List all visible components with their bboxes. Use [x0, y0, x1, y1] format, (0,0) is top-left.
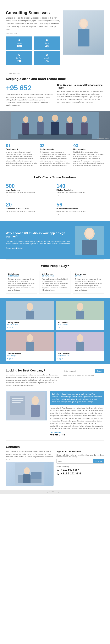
facebook-icon[interactable]: f — [7, 326, 8, 328]
looking-left: Looking for Best Company? Ut wisi ad min… — [6, 369, 60, 387]
testimonial-role: DOCTOR — [75, 275, 102, 277]
number-value: 56 — [56, 202, 104, 208]
number-item: 56 Investment Opportunities Sample text.… — [56, 201, 104, 217]
footer: Copyright © 2023 — All rights reserved. — [0, 490, 110, 494]
member-card: Jeffrey Wilson Creative Leader f ◎ 𝕏 — [6, 301, 54, 330]
testimonial-name: Olga Ivanova — [75, 273, 102, 275]
instagram-icon[interactable]: ◎ — [9, 326, 11, 328]
number-desc: Sample text. Click to select the Text El… — [6, 210, 54, 212]
facebook-icon[interactable]: f — [58, 326, 58, 328]
ux-image — [75, 226, 104, 255]
newsletter-input[interactable] — [57, 459, 93, 464]
looking-section: Looking for Best Company? Ut wisi ad min… — [0, 364, 110, 391]
testimonial-text: Proin sed lorem non malesuada. Ut wisi a… — [8, 278, 35, 291]
step-text: Ut wisi ad minim veniam, quis nostrud ex… — [6, 151, 37, 166]
member-svg — [24, 302, 36, 319]
svg-point-23 — [77, 303, 83, 310]
record-section: Keeping a clean and order record book +9… — [0, 74, 110, 111]
email-note: We will contact you once we receive your… — [63, 375, 104, 376]
instagram-icon[interactable]: ◎ — [59, 326, 61, 328]
stat-icon: ◉ — [18, 38, 20, 42]
hero-image — [63, 10, 104, 54]
contacts-left: Here's how to get in touch with us on ph… — [6, 450, 54, 486]
svg-rect-14 — [18, 134, 92, 139]
member-svg — [74, 302, 86, 319]
arrow-icon: → — [6, 194, 8, 197]
team-work-image: Image from Freepik — [0, 111, 110, 140]
stat-label: Projects — [16, 42, 22, 44]
twitter-icon[interactable]: 𝕏 — [12, 358, 13, 360]
person-silhouette — [75, 16, 92, 49]
step-item: 01 Development Ut wisi ad minim veniam, … — [6, 143, 37, 166]
team-members-grid: Jeffrey Wilson Creative Leader f ◎ 𝕏 Ann… — [6, 301, 104, 361]
facebook-icon[interactable]: f — [58, 358, 58, 360]
svg-point-12 — [82, 116, 87, 122]
number-value: 140 — [56, 183, 104, 189]
member-name: Alex Greenfield — [58, 353, 103, 355]
twitter-icon[interactable]: 𝕏 — [12, 326, 13, 328]
navbar: ☰ — [0, 0, 110, 6]
phone-label: Phone (Landline) — [56, 466, 104, 468]
arrow-icon: → — [56, 194, 59, 197]
member-role: Web Developer — [58, 324, 103, 325]
menu-icon[interactable]: ☰ — [2, 1, 5, 5]
number-value: 500 — [6, 183, 54, 189]
subscribe-button[interactable]: Subscribe — [93, 459, 104, 464]
stat-value: 100 — [16, 44, 22, 48]
member-social-icons: f ◎ 𝕏 — [7, 326, 53, 328]
hero-right — [63, 10, 104, 65]
svg-rect-11 — [66, 123, 73, 134]
ux-link[interactable]: Contact us and let's talk — [6, 247, 23, 249]
newsletter-title: Sign up for the newsletter — [56, 450, 104, 453]
record-title: Keeping a clean and order record book — [6, 77, 104, 81]
footer-text: Copyright © 2023 — All rights reserved. — [43, 491, 67, 493]
testimonial-text: Proin sed lorem non malesuada. Ut wisi a… — [75, 278, 102, 291]
ux-person-svg — [76, 226, 104, 255]
svg-point-21 — [27, 303, 33, 310]
ux-title: Why choose UX studio as your app design … — [6, 232, 72, 238]
submit-button[interactable]: Submit — [95, 369, 104, 373]
testimonial-role: HAIRDRESSER — [8, 275, 35, 277]
member-name: Jeffrey Wilson — [7, 322, 53, 324]
testimonial-name: Nick Jhanson — [42, 273, 68, 275]
svg-rect-32 — [12, 400, 23, 401]
stat-box: ◉ Projects 100 — [6, 36, 32, 50]
twitter-icon[interactable]: 𝕏 — [62, 358, 64, 360]
svg-rect-31 — [12, 398, 23, 399]
svg-rect-28 — [76, 342, 84, 350]
number-label: Successful Business Plans — [6, 208, 54, 210]
facebook-icon[interactable]: f — [7, 358, 8, 360]
number-desc: Sample text. Click to select the Text El… — [56, 210, 104, 212]
svg-point-2 — [80, 19, 87, 28]
step-num: 02 — [40, 143, 70, 148]
svg-rect-26 — [26, 342, 34, 350]
number-label: Investment Opportunities — [56, 208, 104, 210]
svg-rect-1 — [78, 29, 90, 46]
stat-icon: ◉ — [46, 38, 48, 42]
number-label: Efficient Specialists — [56, 189, 104, 191]
twitter-icon[interactable]: 𝕏 — [62, 326, 64, 328]
hero-description: Click Edit to select the text box. Click… — [6, 16, 60, 31]
testimonial-role: IOS DEVELOPER — [42, 275, 68, 277]
stat-box: ◉ Clients 40 — [34, 36, 60, 50]
instagram-icon[interactable]: ◎ — [9, 358, 11, 360]
email-input[interactable] — [63, 369, 95, 373]
testimonial-text: Proin sed lorem non malesuada. Ut wisi a… — [42, 278, 68, 291]
team-members-section: Jeffrey Wilson Creative Leader f ◎ 𝕏 Ann… — [0, 298, 110, 364]
svg-rect-22 — [26, 310, 34, 319]
numbers-section: Let's Crack Some Numbers 500 Loyal Custo… — [0, 171, 110, 221]
instagram-icon[interactable]: ◎ — [59, 358, 61, 360]
testimonials-grid: Stella Larson HAIRDRESSER Proin sed lore… — [6, 271, 104, 294]
member-name: Jannine Roberta — [7, 353, 53, 355]
number-value: 20 — [6, 202, 54, 208]
step-text: Ut wisi ad minim veniam, quis nostrud ex… — [73, 151, 104, 166]
member-card: Jannine Roberta Sale Manager f ◎ 𝕏 — [6, 332, 54, 361]
svg-rect-13 — [81, 122, 88, 134]
member-card: Ann Richmond Web Developer f ◎ 𝕏 — [56, 301, 104, 330]
member-social-icons: f ◎ 𝕏 — [58, 326, 103, 328]
hero-title: Consulting Successes — [6, 10, 60, 15]
looking-title: Looking for Best Company? — [6, 369, 60, 372]
team-work-svg — [11, 112, 99, 139]
stat-value: 40 — [45, 44, 49, 48]
stat-box: ◉ Our Team 20 — [6, 51, 32, 65]
